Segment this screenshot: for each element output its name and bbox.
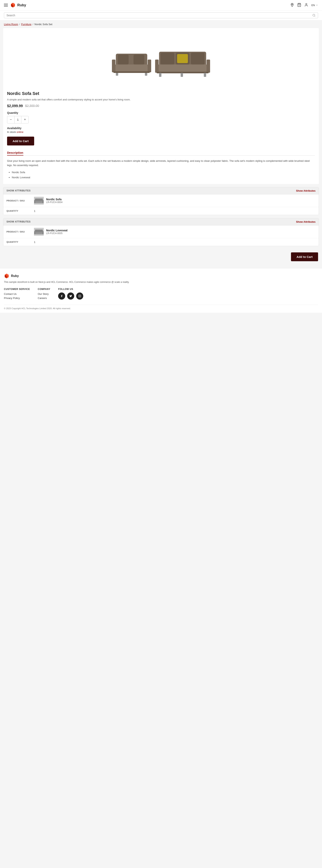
svg-rect-11 (134, 55, 144, 64)
footer-logo: Ruby (4, 273, 318, 279)
svg-rect-31 (34, 200, 35, 203)
search-bar (0, 10, 322, 21)
attr-header-label-2: SHOW ATTRIBUTES (6, 220, 31, 223)
svg-rect-33 (35, 229, 43, 233)
svg-point-5 (306, 3, 307, 5)
sofa-illustration (112, 44, 210, 79)
svg-rect-36 (42, 231, 44, 234)
price-area: $2,099.99 $2,300.00 (7, 104, 315, 108)
footer-follow-us-heading: FOLLOW US (58, 288, 83, 290)
svg-rect-16 (113, 71, 150, 73)
footer-follow-us: FOLLOW US (58, 288, 83, 301)
header-right: EN (290, 3, 318, 7)
description-tab-label[interactable]: Description (7, 151, 23, 154)
search-input-wrap (4, 12, 318, 18)
attr-product-thumbnail-1 (34, 197, 44, 205)
footer-tagline: This sample storefront is built on Next.… (4, 280, 318, 284)
attr-product-sku-2: LR-FUCH-0005 (46, 232, 68, 235)
show-attributes-link-1[interactable]: Show Attributes (296, 189, 316, 192)
instagram-icon[interactable] (76, 292, 83, 300)
user-icon[interactable] (304, 3, 308, 7)
attributes-section: SHOW ATTRIBUTES Show Attributes PRODUCT … (3, 187, 319, 246)
product-title: Nordic Sofa Set (7, 91, 315, 96)
svg-rect-34 (35, 232, 43, 234)
svg-rect-35 (34, 231, 35, 234)
footer-copyright: © 2023 Copyright HCL Technologies Limite… (4, 305, 318, 310)
footer-company-heading: COMPANY (38, 288, 50, 290)
availability-label: Availability (7, 127, 315, 130)
attr-quantity-row-1: QUANTITY 1 (3, 207, 319, 215)
twitter-icon[interactable] (67, 292, 74, 300)
footer: Ruby This sample storefront is built on … (0, 268, 322, 313)
attr-header-2: SHOW ATTRIBUTES Show Attributes (3, 218, 319, 225)
attribute-table-1: SHOW ATTRIBUTES Show Attributes PRODUCT … (3, 187, 319, 215)
svg-rect-26 (159, 73, 162, 77)
product-image-area (7, 32, 315, 91)
social-icons (58, 292, 83, 300)
quantity-decrease-button[interactable]: − (7, 116, 14, 123)
search-input[interactable] (6, 14, 312, 17)
attr-product-row-1: PRODUCT / SKU Nordic Sofa LR-FUCH-0004 (3, 194, 319, 207)
language-selector[interactable]: EN (311, 4, 318, 7)
show-attributes-link-2[interactable]: Show Attributes (296, 220, 316, 223)
svg-line-7 (315, 16, 315, 17)
availability-value: In stock online (7, 130, 315, 133)
search-icon (312, 14, 316, 17)
description-body: Give your living room an open and modern… (7, 159, 315, 167)
svg-rect-13 (148, 60, 151, 72)
bottom-add-to-cart-button[interactable]: Add to Cart (291, 252, 318, 261)
attr-product-info-2: Nordic Loveseat LR-FUCH-0005 (34, 228, 316, 236)
breadcrumb-link-living-room[interactable]: Living Room (4, 23, 18, 26)
svg-rect-23 (155, 60, 158, 73)
attr-quantity-value-1: 1 (34, 210, 316, 213)
footer-our-story-link[interactable]: Our Story (38, 292, 50, 296)
availability-text: In stock (7, 130, 16, 133)
attr-product-details-2: Nordic Loveseat LR-FUCH-0005 (46, 229, 68, 235)
attr-header-label-1: SHOW ATTRIBUTES (6, 189, 31, 192)
cart-icon[interactable] (297, 3, 301, 7)
quantity-increase-button[interactable]: + (22, 116, 29, 123)
description-list-item-1: Nordic Sofa (12, 170, 315, 175)
attr-quantity-value-2: 1 (34, 241, 316, 244)
attr-quantity-label-1: QUANTITY (6, 210, 34, 212)
availability-link[interactable]: online (16, 130, 23, 133)
breadcrumb-separator-1: / (19, 23, 20, 26)
breadcrumb: Living Room / Furniture / Nordic Sofa Se… (0, 21, 322, 28)
attr-product-row-2: PRODUCT / SKU Nordic Loveseat LR-FUCH-00… (3, 225, 319, 238)
svg-rect-18 (160, 53, 174, 64)
attr-quantity-label-2: QUANTITY (6, 241, 34, 243)
svg-rect-40 (78, 295, 81, 297)
svg-point-6 (313, 14, 315, 16)
svg-rect-32 (42, 200, 44, 203)
attr-product-label-2: PRODUCT / SKU (6, 230, 34, 233)
breadcrumb-separator-2: / (33, 23, 33, 26)
attr-product-img-1 (34, 197, 44, 205)
svg-rect-12 (112, 60, 115, 72)
description-divider (7, 155, 315, 156)
header-left: Ruby (4, 2, 26, 8)
quantity-value: 1 (14, 116, 22, 123)
facebook-icon[interactable] (58, 292, 65, 300)
attribute-table-2: SHOW ATTRIBUTES Show Attributes PRODUCT … (3, 218, 319, 246)
header: Ruby EN (0, 0, 322, 10)
description-list-item-2: Nordic Loveseat (12, 175, 315, 180)
breadcrumb-link-furniture[interactable]: Furniture (21, 23, 31, 26)
hamburger-menu-icon[interactable] (4, 4, 8, 6)
footer-contact-us-link[interactable]: Contact Us (4, 292, 30, 296)
location-icon[interactable] (290, 3, 294, 7)
svg-rect-28 (181, 73, 183, 77)
attr-product-name-2: Nordic Loveseat (46, 229, 68, 232)
footer-customer-service-heading: CUSTOMER SERVICE (4, 288, 30, 290)
footer-columns: CUSTOMER SERVICE Contact Us Privacy Poli… (4, 288, 318, 301)
svg-rect-30 (35, 201, 43, 203)
logo-area: Ruby (10, 2, 26, 8)
attr-product-sku-1: LR-FUCH-0004 (46, 201, 63, 204)
footer-careers-link[interactable]: Careers (38, 297, 50, 300)
footer-privacy-policy-link[interactable]: Privacy Policy (4, 297, 30, 300)
attr-product-img-2 (34, 228, 44, 236)
svg-rect-21 (177, 54, 188, 63)
price-original: $2,300.00 (25, 104, 39, 108)
add-to-cart-button[interactable]: Add to Cart (7, 136, 34, 146)
svg-rect-10 (118, 55, 129, 64)
attr-product-thumbnail-2 (34, 228, 44, 236)
